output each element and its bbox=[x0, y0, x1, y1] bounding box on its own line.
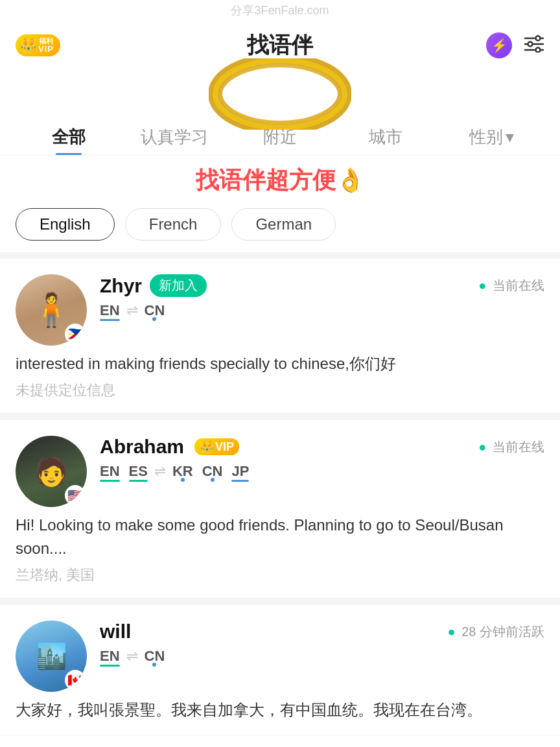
lang-pill-english[interactable]: English bbox=[16, 208, 115, 241]
vip-badge-abraham: 👑 VIP bbox=[194, 438, 239, 455]
filter-icon[interactable] bbox=[524, 34, 544, 57]
lang-cn-will: CN bbox=[145, 648, 165, 665]
flag-us: 🇺🇸 bbox=[65, 485, 86, 506]
user-card-will: 🏙️ 🇨🇦 will ● 28 分钟前活跃 EN ⇌ CN bbox=[0, 605, 560, 735]
arrow-icon-will: ⇌ bbox=[126, 648, 138, 665]
arrow-icon-abraham: ⇌ bbox=[154, 463, 166, 480]
new-badge-zhyr: 新加入 bbox=[150, 274, 207, 297]
watermark: 分享3FenFale.com bbox=[0, 0, 560, 21]
user-bio-will: 大家好，我叫張景聖。我来自加拿大，有中国血统。我现在在台湾。 bbox=[16, 698, 544, 722]
user-location-zhyr: 未提供定位信息 bbox=[16, 381, 544, 400]
svg-point-7 bbox=[215, 60, 345, 128]
vip-badge[interactable]: 👑 福利 VIP bbox=[16, 34, 60, 56]
lang-jp-abraham: JP bbox=[231, 463, 249, 480]
lang-en-zhyr: EN bbox=[100, 302, 120, 319]
online-status-will: ● 28 分钟前活跃 bbox=[448, 623, 544, 641]
avatar-will[interactable]: 🏙️ 🇨🇦 bbox=[16, 621, 87, 692]
arrow-icon-zhyr: ⇌ bbox=[126, 302, 138, 319]
user-bio-zhyr: interested in making friends specially t… bbox=[16, 352, 544, 375]
svg-point-1 bbox=[536, 36, 541, 40]
flag-ca: 🇨🇦 bbox=[65, 670, 86, 691]
lang-pill-french[interactable]: French bbox=[125, 208, 222, 241]
divider bbox=[0, 252, 560, 259]
avatar-abraham[interactable]: 🧑 🇺🇸 bbox=[16, 436, 87, 507]
user-info-will: will ● 28 分钟前活跃 EN ⇌ CN bbox=[100, 621, 544, 692]
online-status-abraham: ● 当前在线 bbox=[478, 438, 544, 456]
lang-en-abraham: EN bbox=[100, 463, 120, 480]
user-info-abraham: Abraham 👑 VIP ● 当前在线 EN ES bbox=[100, 436, 544, 507]
svg-point-5 bbox=[536, 47, 541, 52]
user-bio-abraham: Hi! Looking to make some good friends. P… bbox=[16, 514, 544, 560]
user-location-abraham: 兰塔纳, 美国 bbox=[16, 565, 544, 585]
header-icons: ⚡ bbox=[486, 32, 544, 58]
lang-es-abraham: ES bbox=[129, 463, 148, 480]
user-info-zhyr: Zhyr 新加入 ● 当前在线 EN ⇌ CN bbox=[100, 274, 544, 346]
user-card-abraham: 🧑 🇺🇸 Abraham 👑 VIP ● 当前在线 EN bbox=[0, 420, 560, 599]
online-status-zhyr: ● 当前在线 bbox=[478, 277, 544, 294]
lang-en-will: EN bbox=[100, 648, 120, 665]
user-name-will: will bbox=[100, 621, 131, 643]
lang-pills: English French German bbox=[0, 202, 560, 252]
vip-label: VIP bbox=[38, 45, 54, 53]
ring-decoration bbox=[0, 58, 560, 130]
flag-ph: 🇵🇭 bbox=[65, 324, 86, 344]
user-card-zhyr: 🧍 🇵🇭 Zhyr 新加入 ● 当前在线 EN ⇌ bbox=[0, 259, 560, 414]
avatar-zhyr[interactable]: 🧍 🇵🇭 bbox=[16, 274, 87, 346]
lang-row-zhyr: EN ⇌ CN bbox=[100, 302, 544, 319]
user-name-abraham: Abraham bbox=[100, 436, 184, 458]
lang-pill-german[interactable]: German bbox=[231, 208, 336, 241]
page-title: 找语伴 bbox=[247, 30, 313, 60]
lang-kr-abraham: KR bbox=[172, 463, 193, 480]
divider-2 bbox=[0, 414, 560, 420]
user-name-zhyr: Zhyr bbox=[100, 275, 142, 297]
lang-cn-zhyr: CN bbox=[145, 302, 165, 319]
bolt-icon[interactable]: ⚡ bbox=[486, 32, 512, 58]
lang-cn-abraham: CN bbox=[202, 463, 223, 480]
svg-point-3 bbox=[528, 42, 533, 46]
divider-3 bbox=[0, 599, 560, 605]
lang-row-will: EN ⇌ CN bbox=[100, 648, 544, 665]
crown-icon: 👑 bbox=[19, 37, 37, 54]
promo-banner: 找语伴超方便👌 bbox=[0, 156, 560, 202]
lang-row-abraham: EN ES ⇌ KR CN JP bbox=[100, 463, 544, 480]
